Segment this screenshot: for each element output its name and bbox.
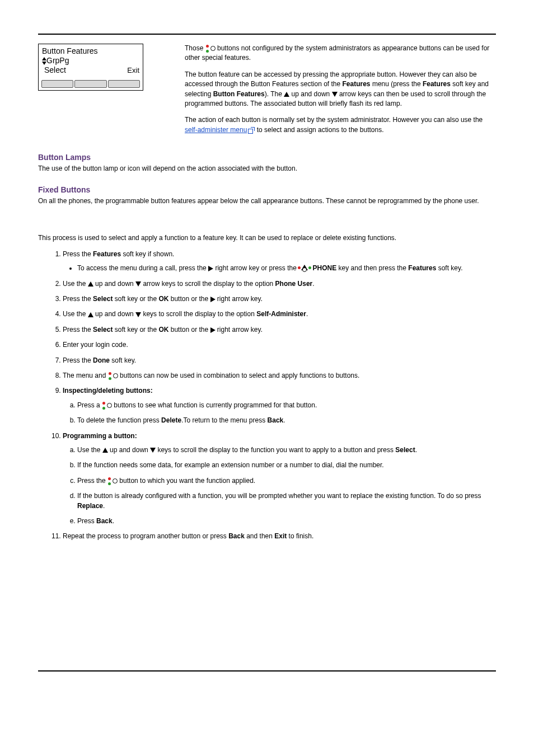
kw-ok: OK (158, 326, 168, 334)
t: button or the (168, 326, 210, 334)
t: To delete the function press (77, 416, 161, 424)
t: soft key if shown. (121, 250, 174, 258)
feature-button-icon (102, 402, 112, 409)
external-link-icon (248, 127, 255, 134)
arrow-down-icon (135, 312, 141, 317)
t: soft key. (110, 356, 136, 364)
t: up and down (93, 280, 135, 288)
t: up and down (93, 310, 135, 318)
kw-done: Done (93, 356, 110, 364)
t: . (306, 310, 308, 318)
feature-button-icon (107, 478, 118, 485)
t: .To return to the menu press (181, 416, 267, 424)
kw-select: Select (395, 446, 415, 454)
updown-icon (42, 57, 46, 65)
t: Press (77, 517, 96, 525)
step-3: Press the Select soft key or the OK butt… (63, 294, 496, 304)
lamps-paragraph: The use of the button lamp or icon will … (38, 164, 496, 173)
t: soft key or the (113, 326, 158, 334)
softkey-1 (41, 80, 73, 88)
arrow-down-icon (332, 92, 338, 97)
lcd-figure: Button Features GrpPg Select Exit (38, 44, 171, 91)
kw-delete: Delete (161, 416, 181, 424)
step-10d: If the button is already configured with… (77, 491, 496, 511)
t: to finish. (287, 532, 313, 540)
t: Press the (63, 295, 93, 303)
kw-exit: Exit (274, 532, 287, 540)
t: Use the (77, 446, 102, 454)
lcd-exit-label: Exit (127, 66, 139, 75)
t: . (103, 502, 105, 510)
softkey-3 (108, 80, 140, 88)
arrow-right-icon (208, 266, 213, 271)
t: Press the (77, 477, 107, 485)
lcd-line2-left: GrpPg (46, 56, 69, 65)
t: . (312, 280, 314, 288)
intro-p3b: to select and assign actions to the butt… (255, 126, 383, 134)
kw-phone: PHONE (313, 264, 337, 272)
step-10: Programming a button: Use the up and dow… (63, 431, 496, 527)
steps-list: Press the Features soft key if shown. To… (38, 250, 496, 542)
intro-p3a: The action of each button is normally se… (185, 116, 483, 124)
t: . (283, 416, 285, 424)
kw-replace: Replace (77, 502, 103, 510)
t: To access the menu during a call, press … (77, 264, 208, 272)
t: Press the (63, 326, 93, 334)
t: If the button is already configured with… (77, 492, 481, 500)
t: keys to scroll the display to the option (141, 310, 256, 318)
kw-features: Features (93, 250, 121, 258)
arrow-down-icon (150, 448, 156, 453)
t: right arrow key. (216, 295, 263, 303)
step-5: Press the Select soft key or the OK butt… (63, 325, 496, 335)
intro-p1a: Those (185, 44, 205, 52)
step-10c: Press the button to which you want the f… (77, 476, 496, 486)
intro-p2e: up and down (289, 90, 331, 98)
step-10-heading: Programming a button: (63, 432, 137, 440)
t: key and then press the (336, 264, 408, 272)
t: Press a (77, 401, 102, 409)
arrow-up-icon (284, 92, 289, 97)
t: . (113, 517, 114, 525)
self-administer-link[interactable]: self-administer menu (185, 126, 247, 134)
step-10a: Use the up and down keys to scroll the d… (77, 445, 496, 455)
step-9b: To delete the function press Delete.To r… (77, 416, 496, 425)
t: soft key. (436, 264, 462, 272)
kw-features2: Features (423, 80, 451, 88)
kw-features: Features (408, 264, 436, 272)
kw-back: Back (96, 517, 113, 525)
kw-back: Back (228, 532, 245, 540)
kw-select: Select (93, 326, 113, 334)
t: keys to scroll the display to the functi… (156, 446, 395, 454)
kw-ok: OK (158, 295, 168, 303)
kw-features: Features (343, 80, 371, 88)
t: button to which you want the function ap… (118, 477, 255, 485)
step-1-bullet: To access the menu during a call, press … (77, 264, 496, 273)
t: Press the (63, 250, 93, 258)
process-intro: This process is used to select and apply… (38, 233, 496, 243)
step-9: Inspecting/deleting buttons: Press a but… (63, 386, 496, 425)
step-11: Repeat the process to program another bu… (63, 532, 496, 541)
step-4: Use the up and down keys to scroll the d… (63, 309, 496, 319)
step-1: Press the Features soft key if shown. To… (63, 250, 496, 274)
lcd-softkeys (39, 78, 143, 90)
step-9a: Press a buttons to see what function is … (77, 401, 496, 410)
top-divider (38, 34, 496, 35)
t: up and down (108, 446, 150, 454)
step-2: Use the up and down arrow keys to scroll… (63, 279, 496, 289)
kw-button-features: Button Features (213, 90, 265, 98)
intro-p2d: ). The (265, 90, 284, 98)
t: arrow keys to scroll the display to the … (141, 280, 275, 288)
t: right arrow key. (216, 326, 263, 334)
t: Press the (63, 356, 93, 364)
arrow-down-icon (135, 281, 141, 287)
t: . (415, 446, 417, 454)
intro-p2b: menu (press the (371, 80, 423, 88)
phone-icon (298, 265, 311, 273)
t: buttons to see what function is currentl… (112, 401, 317, 409)
t: and then (245, 532, 274, 540)
step-10b: If the function needs some data, for exa… (77, 461, 496, 470)
t: Repeat the process to program another bu… (63, 532, 228, 540)
kw-self-administer: Self-Administer (256, 310, 306, 318)
step-9-heading: Inspecting/deleting buttons: (63, 387, 153, 395)
arrow-right-icon (210, 297, 216, 302)
